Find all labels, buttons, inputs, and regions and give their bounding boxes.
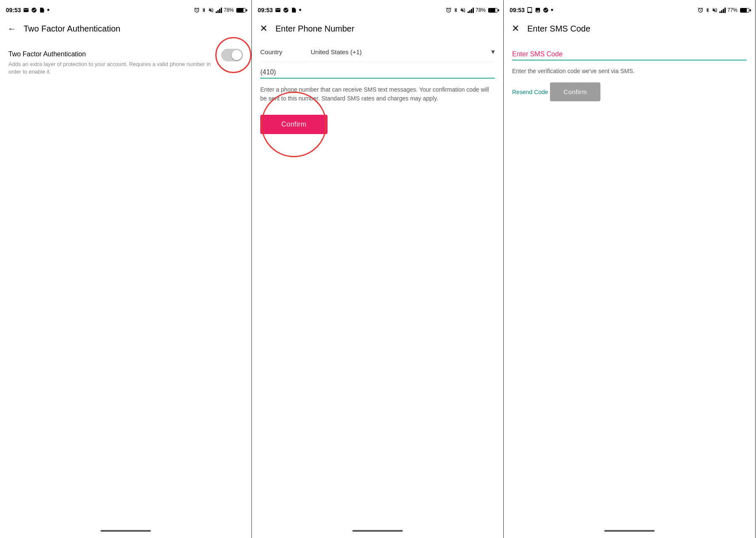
- panel-two-factor-auth: 09:53 • 78% ← Two Factor Authentication: [0, 0, 252, 538]
- status-left-3: 09:53 •: [510, 6, 553, 14]
- battery-percent-3: 77%: [727, 7, 737, 13]
- nav-pill-2: [352, 530, 403, 532]
- status-right-1: 78%: [194, 7, 246, 13]
- toggle-thumb: [232, 50, 242, 60]
- appbar-2: ✕ Enter Phone Number: [252, 17, 503, 40]
- phone-description: Enter a phone number that can receive SM…: [260, 85, 495, 103]
- status-bar-1: 09:53 • 78%: [0, 0, 251, 17]
- country-value[interactable]: United States (+1) ▾: [311, 47, 495, 56]
- setting-text: Two Factor Authentication Adds an extra …: [8, 50, 216, 76]
- confirm-phone-button[interactable]: Confirm: [260, 115, 328, 134]
- chevron-down-icon: ▾: [491, 47, 495, 56]
- nav-pill-3: [604, 530, 655, 532]
- mute-icon-3: [712, 7, 718, 13]
- confirm-button-wrap: Confirm: [260, 115, 328, 134]
- setting-desc: Adds an extra layer of protection to you…: [8, 61, 216, 76]
- alarm-icon-2: [446, 7, 452, 13]
- nav-pill-1: [100, 530, 151, 532]
- bluetooth-icon-1: [201, 7, 206, 13]
- sms-input-wrap: Enter SMS Code: [512, 50, 747, 61]
- signal-bars-1: [216, 8, 222, 13]
- two-factor-toggle[interactable]: [221, 49, 243, 61]
- panel-enter-phone: 09:53 • 78% ✕ Enter Phone Number: [252, 0, 504, 538]
- notification-icon-1: [23, 7, 29, 13]
- bottom-bar-3: [504, 526, 755, 538]
- close-button-2[interactable]: ✕: [259, 24, 269, 34]
- phone-input[interactable]: (410): [260, 69, 495, 76]
- status-left-2: 09:53 •: [258, 6, 301, 14]
- content-3: Enter SMS Code Enter the verification co…: [504, 40, 755, 526]
- status-left-1: 09:53 •: [6, 6, 50, 14]
- content-1: Two Factor Authentication Adds an extra …: [0, 40, 251, 526]
- appbar-1: ← Two Factor Authentication: [0, 17, 251, 40]
- phone-input-wrap: (410): [260, 69, 495, 79]
- battery-icon-1: [236, 8, 246, 13]
- sms-description: Enter the verification code we've sent v…: [512, 67, 747, 76]
- page-title-2: Enter Phone Number: [275, 24, 497, 34]
- panel-enter-sms: 09:53 • 77% ✕ Enter SMS Code E: [504, 0, 756, 538]
- alarm-icon-3: [698, 7, 703, 13]
- dot-3: •: [551, 6, 553, 14]
- mute-icon-1: [208, 7, 214, 13]
- page-title-3: Enter SMS Code: [527, 24, 748, 34]
- check-circle-icon-1: [31, 7, 37, 13]
- status-bar-2: 09:53 • 78%: [252, 0, 503, 17]
- dot-2: •: [299, 6, 301, 14]
- status-bar-3: 09:53 • 77%: [504, 0, 755, 17]
- country-row: Country United States (+1) ▾: [260, 47, 495, 62]
- back-button[interactable]: ←: [7, 24, 17, 34]
- status-time-3: 09:53: [510, 7, 525, 13]
- status-time-2: 09:53: [258, 7, 273, 13]
- content-2: Country United States (+1) ▾ (410) Enter…: [252, 40, 503, 526]
- dot-1: •: [47, 6, 50, 14]
- status-time-1: 09:53: [6, 7, 21, 13]
- bluetooth-icon-3: [705, 7, 710, 13]
- notification-icon-2: [275, 7, 281, 13]
- status-right-3: 77%: [698, 7, 749, 13]
- check-icon-3: [543, 7, 549, 13]
- alarm-icon-1: [194, 7, 200, 13]
- bottom-bar-2: [252, 526, 503, 538]
- upload-icon-1: [39, 7, 45, 13]
- bluetooth-icon-2: [453, 7, 458, 13]
- confirm-sms-button[interactable]: Confirm: [550, 82, 600, 101]
- check-circle-icon-2: [283, 7, 289, 13]
- battery-percent-2: 78%: [476, 7, 486, 13]
- page-title-1: Two Factor Authentication: [24, 24, 245, 34]
- setting-row: Two Factor Authentication Adds an extra …: [8, 50, 243, 76]
- signal-bars-3: [719, 8, 726, 13]
- close-button-3[interactable]: ✕: [510, 24, 521, 34]
- upload-icon-2: [291, 7, 297, 13]
- mute-icon-2: [460, 7, 466, 13]
- battery-percent-1: 78%: [224, 7, 234, 13]
- photo-icon-3: [535, 7, 541, 13]
- battery-icon-2: [488, 8, 497, 13]
- bottom-bar-1: [0, 526, 251, 538]
- country-label: Country: [260, 48, 311, 55]
- resend-code-link[interactable]: Resend Code: [512, 89, 548, 95]
- signal-bars-2: [468, 8, 474, 13]
- sms-input[interactable]: Enter SMS Code: [512, 50, 747, 58]
- setting-title: Two Factor Authentication: [8, 50, 216, 58]
- battery-icon-3: [740, 8, 749, 13]
- status-right-2: 78%: [446, 7, 497, 13]
- appbar-3: ✕ Enter SMS Code: [504, 17, 755, 40]
- tablet-icon-3: [527, 7, 533, 13]
- toggle-wrap: [221, 49, 243, 61]
